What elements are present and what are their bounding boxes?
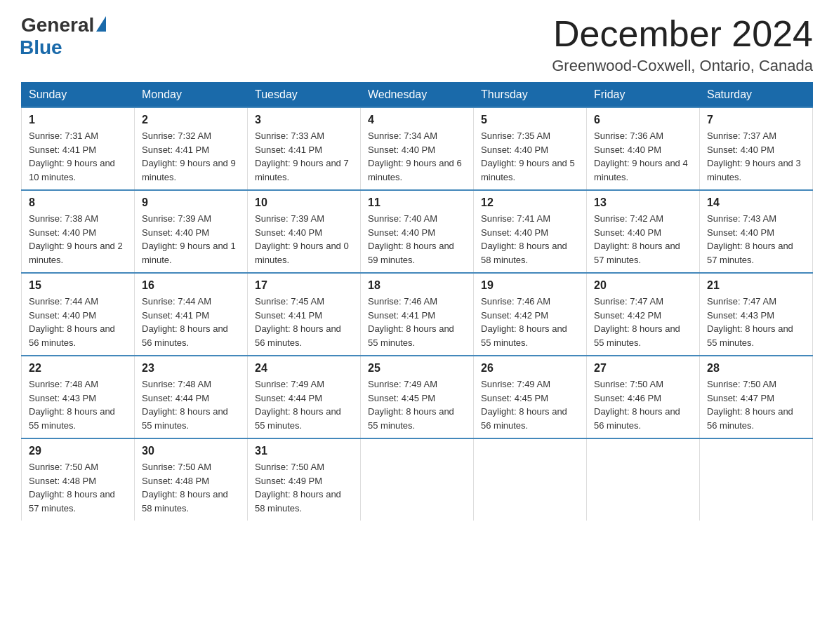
empty-cell [361, 438, 474, 521]
day-info: Sunrise: 7:32 AMSunset: 4:41 PMDaylight:… [142, 129, 240, 184]
logo-blue-text: Blue [20, 36, 62, 59]
day-cell-24: 24Sunrise: 7:49 AMSunset: 4:44 PMDayligh… [248, 356, 361, 438]
day-info: Sunrise: 7:45 AMSunset: 4:41 PMDaylight:… [255, 295, 353, 349]
day-number: 29 [29, 445, 127, 457]
day-number: 11 [368, 196, 466, 209]
day-cell-6: 6Sunrise: 7:36 AMSunset: 4:40 PMDaylight… [587, 107, 700, 190]
week-row-3: 15Sunrise: 7:44 AMSunset: 4:40 PMDayligh… [22, 273, 813, 356]
day-info: Sunrise: 7:48 AMSunset: 4:43 PMDaylight:… [29, 377, 127, 432]
day-number: 2 [142, 114, 240, 126]
day-cell-10: 10Sunrise: 7:39 AMSunset: 4:40 PMDayligh… [248, 190, 361, 273]
day-cell-18: 18Sunrise: 7:46 AMSunset: 4:41 PMDayligh… [361, 273, 474, 356]
day-number: 24 [255, 362, 353, 375]
day-cell-23: 23Sunrise: 7:48 AMSunset: 4:44 PMDayligh… [135, 356, 248, 438]
day-number: 28 [707, 362, 805, 375]
day-info: Sunrise: 7:49 AMSunset: 4:44 PMDaylight:… [255, 377, 353, 432]
day-cell-13: 13Sunrise: 7:42 AMSunset: 4:40 PMDayligh… [587, 190, 700, 273]
day-number: 13 [594, 196, 692, 209]
day-number: 7 [707, 114, 805, 126]
day-info: Sunrise: 7:47 AMSunset: 4:43 PMDaylight:… [707, 295, 805, 349]
day-cell-20: 20Sunrise: 7:47 AMSunset: 4:42 PMDayligh… [587, 273, 700, 356]
day-cell-19: 19Sunrise: 7:46 AMSunset: 4:42 PMDayligh… [474, 273, 587, 356]
page-header: General Blue December 2024 Greenwood-Cox… [21, 14, 813, 75]
day-info: Sunrise: 7:44 AMSunset: 4:40 PMDaylight:… [29, 295, 127, 349]
logo-general-text: General [21, 14, 94, 36]
day-info: Sunrise: 7:39 AMSunset: 4:40 PMDaylight:… [255, 212, 353, 267]
logo-triangle-icon [96, 16, 106, 32]
day-info: Sunrise: 7:33 AMSunset: 4:41 PMDaylight:… [255, 129, 353, 184]
day-cell-15: 15Sunrise: 7:44 AMSunset: 4:40 PMDayligh… [22, 273, 135, 356]
empty-cell [474, 438, 587, 521]
calendar-header: SundayMondayTuesdayWednesdayThursdayFrid… [22, 83, 813, 108]
header-day-friday: Friday [587, 83, 700, 108]
calendar-body: 1Sunrise: 7:31 AMSunset: 4:41 PMDaylight… [22, 107, 813, 521]
day-info: Sunrise: 7:50 AMSunset: 4:47 PMDaylight:… [707, 377, 805, 432]
day-number: 16 [142, 279, 240, 292]
month-title: December 2024 [552, 14, 813, 54]
day-cell-17: 17Sunrise: 7:45 AMSunset: 4:41 PMDayligh… [248, 273, 361, 356]
day-cell-11: 11Sunrise: 7:40 AMSunset: 4:40 PMDayligh… [361, 190, 474, 273]
day-info: Sunrise: 7:36 AMSunset: 4:40 PMDaylight:… [594, 129, 692, 184]
day-cell-21: 21Sunrise: 7:47 AMSunset: 4:43 PMDayligh… [700, 273, 813, 356]
day-number: 9 [142, 196, 240, 209]
day-number: 15 [29, 279, 127, 292]
day-number: 18 [368, 279, 466, 292]
day-info: Sunrise: 7:47 AMSunset: 4:42 PMDaylight:… [594, 295, 692, 349]
header-row: SundayMondayTuesdayWednesdayThursdayFrid… [22, 83, 813, 108]
day-cell-30: 30Sunrise: 7:50 AMSunset: 4:48 PMDayligh… [135, 438, 248, 521]
day-number: 10 [255, 196, 353, 209]
day-info: Sunrise: 7:38 AMSunset: 4:40 PMDaylight:… [29, 212, 127, 267]
day-number: 26 [481, 362, 579, 375]
day-info: Sunrise: 7:41 AMSunset: 4:40 PMDaylight:… [481, 212, 579, 267]
week-row-2: 8Sunrise: 7:38 AMSunset: 4:40 PMDaylight… [22, 190, 813, 273]
day-info: Sunrise: 7:49 AMSunset: 4:45 PMDaylight:… [481, 377, 579, 432]
day-number: 3 [255, 114, 353, 126]
day-cell-2: 2Sunrise: 7:32 AMSunset: 4:41 PMDaylight… [135, 107, 248, 190]
day-cell-4: 4Sunrise: 7:34 AMSunset: 4:40 PMDaylight… [361, 107, 474, 190]
day-info: Sunrise: 7:39 AMSunset: 4:40 PMDaylight:… [142, 212, 240, 267]
week-row-4: 22Sunrise: 7:48 AMSunset: 4:43 PMDayligh… [22, 356, 813, 438]
day-cell-28: 28Sunrise: 7:50 AMSunset: 4:47 PMDayligh… [700, 356, 813, 438]
week-row-1: 1Sunrise: 7:31 AMSunset: 4:41 PMDaylight… [22, 107, 813, 190]
day-cell-31: 31Sunrise: 7:50 AMSunset: 4:49 PMDayligh… [248, 438, 361, 521]
empty-cell [587, 438, 700, 521]
day-info: Sunrise: 7:50 AMSunset: 4:48 PMDaylight:… [142, 460, 240, 515]
day-cell-7: 7Sunrise: 7:37 AMSunset: 4:40 PMDaylight… [700, 107, 813, 190]
day-info: Sunrise: 7:37 AMSunset: 4:40 PMDaylight:… [707, 129, 805, 184]
day-number: 8 [29, 196, 127, 209]
day-info: Sunrise: 7:49 AMSunset: 4:45 PMDaylight:… [368, 377, 466, 432]
week-row-5: 29Sunrise: 7:50 AMSunset: 4:48 PMDayligh… [22, 438, 813, 521]
day-info: Sunrise: 7:40 AMSunset: 4:40 PMDaylight:… [368, 212, 466, 267]
day-number: 12 [481, 196, 579, 209]
day-number: 25 [368, 362, 466, 375]
location-title: Greenwood-Coxwell, Ontario, Canada [552, 57, 813, 75]
day-number: 14 [707, 196, 805, 209]
day-info: Sunrise: 7:44 AMSunset: 4:41 PMDaylight:… [142, 295, 240, 349]
day-number: 27 [594, 362, 692, 375]
day-number: 6 [594, 114, 692, 126]
day-info: Sunrise: 7:46 AMSunset: 4:41 PMDaylight:… [368, 295, 466, 349]
day-info: Sunrise: 7:46 AMSunset: 4:42 PMDaylight:… [481, 295, 579, 349]
day-cell-3: 3Sunrise: 7:33 AMSunset: 4:41 PMDaylight… [248, 107, 361, 190]
day-info: Sunrise: 7:43 AMSunset: 4:40 PMDaylight:… [707, 212, 805, 267]
day-number: 4 [368, 114, 466, 126]
header-day-wednesday: Wednesday [361, 83, 474, 108]
day-number: 30 [142, 445, 240, 457]
day-cell-5: 5Sunrise: 7:35 AMSunset: 4:40 PMDaylight… [474, 107, 587, 190]
header-day-saturday: Saturday [700, 83, 813, 108]
day-info: Sunrise: 7:31 AMSunset: 4:41 PMDaylight:… [29, 129, 127, 184]
day-cell-1: 1Sunrise: 7:31 AMSunset: 4:41 PMDaylight… [22, 107, 135, 190]
day-info: Sunrise: 7:35 AMSunset: 4:40 PMDaylight:… [481, 129, 579, 184]
day-cell-27: 27Sunrise: 7:50 AMSunset: 4:46 PMDayligh… [587, 356, 700, 438]
header-day-monday: Monday [135, 83, 248, 108]
calendar-table: SundayMondayTuesdayWednesdayThursdayFrid… [21, 82, 813, 521]
day-cell-26: 26Sunrise: 7:49 AMSunset: 4:45 PMDayligh… [474, 356, 587, 438]
day-number: 22 [29, 362, 127, 375]
day-cell-25: 25Sunrise: 7:49 AMSunset: 4:45 PMDayligh… [361, 356, 474, 438]
day-number: 21 [707, 279, 805, 292]
logo: General Blue [21, 14, 106, 59]
day-info: Sunrise: 7:48 AMSunset: 4:44 PMDaylight:… [142, 377, 240, 432]
day-number: 20 [594, 279, 692, 292]
day-info: Sunrise: 7:42 AMSunset: 4:40 PMDaylight:… [594, 212, 692, 267]
day-number: 5 [481, 114, 579, 126]
